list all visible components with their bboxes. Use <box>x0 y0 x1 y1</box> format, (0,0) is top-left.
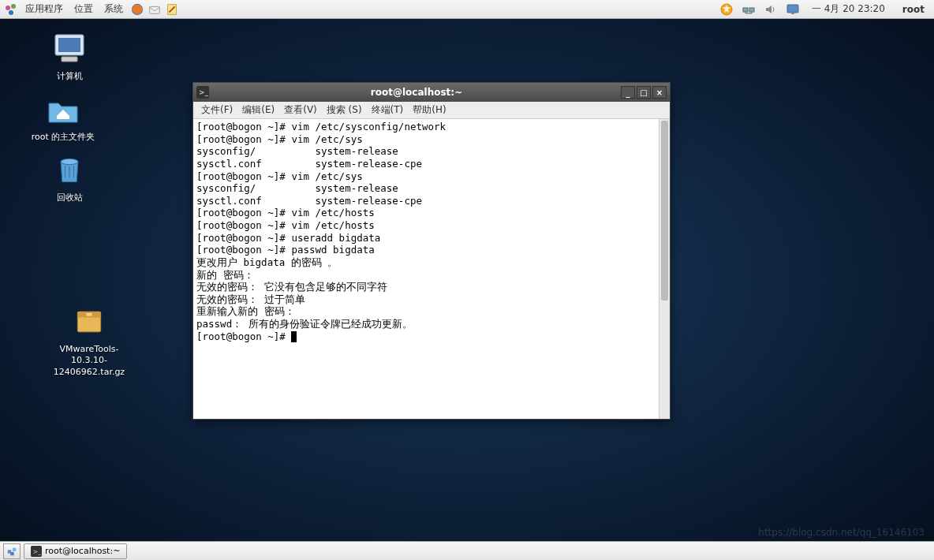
watermark: https://blog.csdn.net/qq_16146103 <box>758 527 925 538</box>
minimize-button[interactable]: _ <box>621 86 635 99</box>
icon-label: 回收站 <box>34 192 105 203</box>
svg-rect-17 <box>86 313 92 316</box>
title-bar[interactable]: >_ root@localhost:~ _ □ × <box>193 83 670 102</box>
svg-point-14 <box>61 159 78 164</box>
maximize-button[interactable]: □ <box>637 86 651 99</box>
svg-text:>_: >_ <box>199 88 209 96</box>
svg-point-2 <box>9 10 13 15</box>
cursor <box>291 331 297 342</box>
volume-icon[interactable] <box>763 2 779 17</box>
svg-rect-22 <box>10 551 13 554</box>
svg-point-1 <box>11 4 16 9</box>
firefox-icon[interactable] <box>129 2 145 17</box>
taskbar-label: root@localhost:~ <box>45 546 120 556</box>
terminal-body[interactable]: [root@bogon ~]# vim /etc/sysconfig/netwo… <box>193 119 670 419</box>
home-folder-icon <box>44 91 82 129</box>
window-controls: _ □ × <box>621 86 667 99</box>
show-desktop-button[interactable] <box>3 543 21 559</box>
svg-rect-12 <box>58 38 80 52</box>
trash-icon <box>50 151 88 189</box>
svg-rect-4 <box>150 6 160 13</box>
svg-rect-7 <box>743 8 748 12</box>
svg-rect-9 <box>787 5 798 13</box>
svg-text:>_: >_ <box>33 547 42 554</box>
scrollbar-thumb[interactable] <box>661 121 668 301</box>
mail-icon[interactable] <box>147 2 163 17</box>
clock[interactable]: 一 4月 20 23:20 <box>807 2 890 16</box>
top-panel: 应用程序 位置 系统 一 4月 20 23:20 root <box>0 0 934 19</box>
update-icon[interactable] <box>719 2 734 17</box>
menu-terminal[interactable]: 终端(T) <box>367 102 409 118</box>
terminal-icon: >_ <box>196 86 209 99</box>
scrollbar[interactable] <box>659 119 670 419</box>
menu-help[interactable]: 帮助(H) <box>408 102 450 118</box>
archive-icon <box>70 303 108 341</box>
computer-icon <box>50 30 88 68</box>
terminal-window: >_ root@localhost:~ _ □ × 文件(F) 编辑(E) 查看… <box>192 82 671 420</box>
menu-edit[interactable]: 编辑(E) <box>237 102 279 118</box>
svg-rect-8 <box>749 8 754 12</box>
menu-places[interactable]: 位置 <box>69 1 98 17</box>
terminal-output: [root@bogon ~]# vim /etc/sysconfig/netwo… <box>196 121 446 342</box>
window-title: root@localhost:~ <box>212 87 621 98</box>
bottom-panel: >_ root@localhost:~ <box>0 541 934 560</box>
desktop-icon-trash[interactable]: 回收站 <box>34 151 105 203</box>
user-menu[interactable]: root <box>896 4 931 15</box>
svg-rect-13 <box>62 57 77 62</box>
menu-system[interactable]: 系统 <box>99 1 128 17</box>
desktop-icon-archive[interactable]: VMwareTools-10.3.10-12406962.tar.gz <box>42 303 136 378</box>
menu-search[interactable]: 搜索 (S) <box>322 102 367 118</box>
menu-bar: 文件(F) 编辑(E) 查看(V) 搜索 (S) 终端(T) 帮助(H) <box>193 102 670 119</box>
notepad-icon[interactable] <box>164 2 180 17</box>
panel-left: 应用程序 位置 系统 <box>3 1 180 17</box>
desktop-icon-computer[interactable]: 计算机 <box>34 30 105 82</box>
panel-right: 一 4月 20 23:20 root <box>719 2 931 17</box>
display-icon[interactable] <box>785 2 801 17</box>
taskbar-item-terminal[interactable]: >_ root@localhost:~ <box>24 543 127 559</box>
icon-label: VMwareTools-10.3.10-12406962.tar.gz <box>42 344 136 378</box>
menu-file[interactable]: 文件(F) <box>196 102 237 118</box>
menu-applications[interactable]: 应用程序 <box>21 1 68 17</box>
close-button[interactable]: × <box>652 86 667 99</box>
menu-view[interactable]: 查看(V) <box>279 102 322 118</box>
svg-point-0 <box>6 6 10 10</box>
icon-label: root 的主文件夹 <box>28 132 99 143</box>
foot-icon[interactable] <box>3 2 19 17</box>
network-icon[interactable] <box>741 2 757 17</box>
svg-rect-10 <box>791 13 794 14</box>
svg-rect-21 <box>13 547 16 551</box>
icon-label: 计算机 <box>34 71 105 82</box>
desktop-icon-home[interactable]: root 的主文件夹 <box>28 91 99 143</box>
